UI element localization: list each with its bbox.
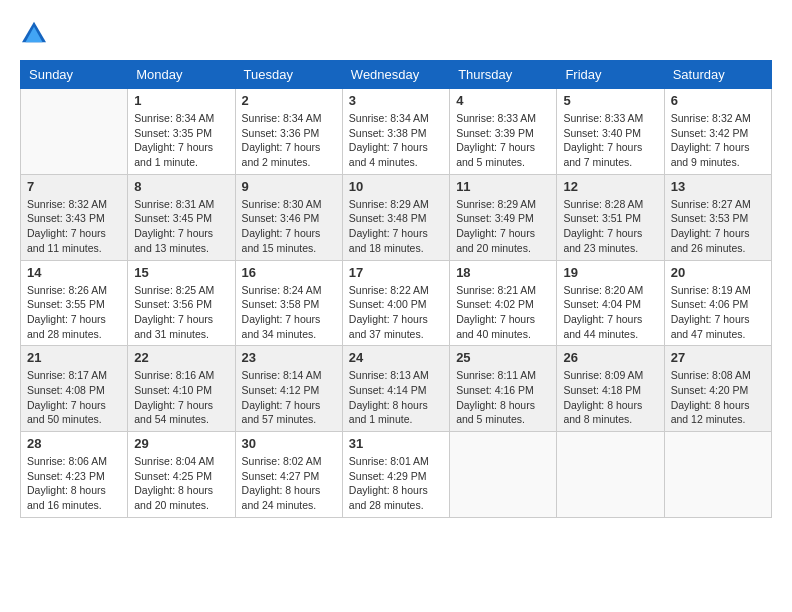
- day-info: Sunrise: 8:34 AMSunset: 3:35 PMDaylight:…: [134, 111, 228, 170]
- calendar-cell: 22Sunrise: 8:16 AMSunset: 4:10 PMDayligh…: [128, 346, 235, 432]
- calendar-cell: 11Sunrise: 8:29 AMSunset: 3:49 PMDayligh…: [450, 174, 557, 260]
- calendar-cell: 9Sunrise: 8:30 AMSunset: 3:46 PMDaylight…: [235, 174, 342, 260]
- calendar-cell: 13Sunrise: 8:27 AMSunset: 3:53 PMDayligh…: [664, 174, 771, 260]
- day-info: Sunrise: 8:29 AMSunset: 3:48 PMDaylight:…: [349, 197, 443, 256]
- day-number: 12: [563, 179, 657, 194]
- day-info: Sunrise: 8:02 AMSunset: 4:27 PMDaylight:…: [242, 454, 336, 513]
- day-info: Sunrise: 8:34 AMSunset: 3:36 PMDaylight:…: [242, 111, 336, 170]
- calendar-week-row: 7Sunrise: 8:32 AMSunset: 3:43 PMDaylight…: [21, 174, 772, 260]
- day-number: 27: [671, 350, 765, 365]
- calendar-cell: 19Sunrise: 8:20 AMSunset: 4:04 PMDayligh…: [557, 260, 664, 346]
- calendar-week-row: 14Sunrise: 8:26 AMSunset: 3:55 PMDayligh…: [21, 260, 772, 346]
- day-info: Sunrise: 8:01 AMSunset: 4:29 PMDaylight:…: [349, 454, 443, 513]
- day-info: Sunrise: 8:20 AMSunset: 4:04 PMDaylight:…: [563, 283, 657, 342]
- calendar-week-row: 28Sunrise: 8:06 AMSunset: 4:23 PMDayligh…: [21, 432, 772, 518]
- day-number: 8: [134, 179, 228, 194]
- calendar-cell: 28Sunrise: 8:06 AMSunset: 4:23 PMDayligh…: [21, 432, 128, 518]
- day-number: 13: [671, 179, 765, 194]
- day-number: 9: [242, 179, 336, 194]
- day-info: Sunrise: 8:11 AMSunset: 4:16 PMDaylight:…: [456, 368, 550, 427]
- calendar-cell: [21, 89, 128, 175]
- weekday-header-tuesday: Tuesday: [235, 61, 342, 89]
- calendar-table: SundayMondayTuesdayWednesdayThursdayFrid…: [20, 60, 772, 518]
- calendar-cell: 14Sunrise: 8:26 AMSunset: 3:55 PMDayligh…: [21, 260, 128, 346]
- weekday-header-friday: Friday: [557, 61, 664, 89]
- logo: [20, 20, 52, 44]
- day-number: 7: [27, 179, 121, 194]
- calendar-cell: 6Sunrise: 8:32 AMSunset: 3:42 PMDaylight…: [664, 89, 771, 175]
- calendar-cell: 18Sunrise: 8:21 AMSunset: 4:02 PMDayligh…: [450, 260, 557, 346]
- day-number: 3: [349, 93, 443, 108]
- calendar-cell: 7Sunrise: 8:32 AMSunset: 3:43 PMDaylight…: [21, 174, 128, 260]
- day-info: Sunrise: 8:33 AMSunset: 3:40 PMDaylight:…: [563, 111, 657, 170]
- day-number: 31: [349, 436, 443, 451]
- day-number: 4: [456, 93, 550, 108]
- day-info: Sunrise: 8:27 AMSunset: 3:53 PMDaylight:…: [671, 197, 765, 256]
- calendar-cell: 23Sunrise: 8:14 AMSunset: 4:12 PMDayligh…: [235, 346, 342, 432]
- page-header: [20, 20, 772, 44]
- day-number: 26: [563, 350, 657, 365]
- calendar-cell: 21Sunrise: 8:17 AMSunset: 4:08 PMDayligh…: [21, 346, 128, 432]
- day-info: Sunrise: 8:09 AMSunset: 4:18 PMDaylight:…: [563, 368, 657, 427]
- day-number: 17: [349, 265, 443, 280]
- calendar-cell: 15Sunrise: 8:25 AMSunset: 3:56 PMDayligh…: [128, 260, 235, 346]
- day-info: Sunrise: 8:16 AMSunset: 4:10 PMDaylight:…: [134, 368, 228, 427]
- day-info: Sunrise: 8:31 AMSunset: 3:45 PMDaylight:…: [134, 197, 228, 256]
- day-info: Sunrise: 8:24 AMSunset: 3:58 PMDaylight:…: [242, 283, 336, 342]
- day-info: Sunrise: 8:28 AMSunset: 3:51 PMDaylight:…: [563, 197, 657, 256]
- day-number: 22: [134, 350, 228, 365]
- calendar-cell: 31Sunrise: 8:01 AMSunset: 4:29 PMDayligh…: [342, 432, 449, 518]
- day-number: 15: [134, 265, 228, 280]
- day-info: Sunrise: 8:32 AMSunset: 3:43 PMDaylight:…: [27, 197, 121, 256]
- day-info: Sunrise: 8:04 AMSunset: 4:25 PMDaylight:…: [134, 454, 228, 513]
- calendar-week-row: 1Sunrise: 8:34 AMSunset: 3:35 PMDaylight…: [21, 89, 772, 175]
- calendar-cell: 30Sunrise: 8:02 AMSunset: 4:27 PMDayligh…: [235, 432, 342, 518]
- day-number: 10: [349, 179, 443, 194]
- day-info: Sunrise: 8:26 AMSunset: 3:55 PMDaylight:…: [27, 283, 121, 342]
- calendar-cell: 3Sunrise: 8:34 AMSunset: 3:38 PMDaylight…: [342, 89, 449, 175]
- weekday-header-row: SundayMondayTuesdayWednesdayThursdayFrid…: [21, 61, 772, 89]
- day-number: 25: [456, 350, 550, 365]
- calendar-cell: 20Sunrise: 8:19 AMSunset: 4:06 PMDayligh…: [664, 260, 771, 346]
- day-number: 2: [242, 93, 336, 108]
- day-number: 5: [563, 93, 657, 108]
- day-number: 1: [134, 93, 228, 108]
- day-number: 18: [456, 265, 550, 280]
- day-number: 24: [349, 350, 443, 365]
- logo-icon: [20, 20, 48, 44]
- day-info: Sunrise: 8:06 AMSunset: 4:23 PMDaylight:…: [27, 454, 121, 513]
- calendar-cell: 27Sunrise: 8:08 AMSunset: 4:20 PMDayligh…: [664, 346, 771, 432]
- day-info: Sunrise: 8:19 AMSunset: 4:06 PMDaylight:…: [671, 283, 765, 342]
- day-number: 6: [671, 93, 765, 108]
- day-number: 21: [27, 350, 121, 365]
- calendar-cell: 5Sunrise: 8:33 AMSunset: 3:40 PMDaylight…: [557, 89, 664, 175]
- day-info: Sunrise: 8:29 AMSunset: 3:49 PMDaylight:…: [456, 197, 550, 256]
- day-info: Sunrise: 8:34 AMSunset: 3:38 PMDaylight:…: [349, 111, 443, 170]
- weekday-header-saturday: Saturday: [664, 61, 771, 89]
- day-info: Sunrise: 8:32 AMSunset: 3:42 PMDaylight:…: [671, 111, 765, 170]
- day-number: 19: [563, 265, 657, 280]
- day-number: 29: [134, 436, 228, 451]
- day-number: 23: [242, 350, 336, 365]
- day-info: Sunrise: 8:25 AMSunset: 3:56 PMDaylight:…: [134, 283, 228, 342]
- day-info: Sunrise: 8:30 AMSunset: 3:46 PMDaylight:…: [242, 197, 336, 256]
- calendar-cell: 4Sunrise: 8:33 AMSunset: 3:39 PMDaylight…: [450, 89, 557, 175]
- day-number: 30: [242, 436, 336, 451]
- calendar-cell: 12Sunrise: 8:28 AMSunset: 3:51 PMDayligh…: [557, 174, 664, 260]
- calendar-cell: 1Sunrise: 8:34 AMSunset: 3:35 PMDaylight…: [128, 89, 235, 175]
- calendar-cell: 8Sunrise: 8:31 AMSunset: 3:45 PMDaylight…: [128, 174, 235, 260]
- day-info: Sunrise: 8:21 AMSunset: 4:02 PMDaylight:…: [456, 283, 550, 342]
- calendar-cell: 17Sunrise: 8:22 AMSunset: 4:00 PMDayligh…: [342, 260, 449, 346]
- day-info: Sunrise: 8:17 AMSunset: 4:08 PMDaylight:…: [27, 368, 121, 427]
- calendar-cell: [557, 432, 664, 518]
- day-number: 20: [671, 265, 765, 280]
- calendar-cell: 25Sunrise: 8:11 AMSunset: 4:16 PMDayligh…: [450, 346, 557, 432]
- weekday-header-wednesday: Wednesday: [342, 61, 449, 89]
- calendar-cell: 2Sunrise: 8:34 AMSunset: 3:36 PMDaylight…: [235, 89, 342, 175]
- weekday-header-monday: Monday: [128, 61, 235, 89]
- calendar-cell: 16Sunrise: 8:24 AMSunset: 3:58 PMDayligh…: [235, 260, 342, 346]
- weekday-header-sunday: Sunday: [21, 61, 128, 89]
- day-info: Sunrise: 8:14 AMSunset: 4:12 PMDaylight:…: [242, 368, 336, 427]
- day-info: Sunrise: 8:33 AMSunset: 3:39 PMDaylight:…: [456, 111, 550, 170]
- day-number: 11: [456, 179, 550, 194]
